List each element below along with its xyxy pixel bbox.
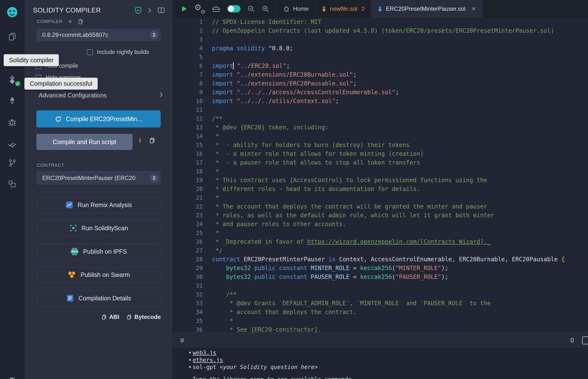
tab-newfile[interactable]: newfile.sol 2: [315, 0, 371, 17]
code-line[interactable]: *: [212, 316, 588, 325]
code-line[interactable]: * _Deprecated in favor of https://wizard…: [212, 237, 588, 246]
copy-compiler-icon[interactable]: [78, 18, 83, 24]
panel-chevron-icon[interactable]: [148, 7, 152, 14]
code-line[interactable]: * roles, as well as the default admin ro…: [212, 211, 588, 220]
compiler-version-select[interactable]: 0.8.29+commit.ab55807c: [36, 28, 161, 42]
contract-select[interactable]: ERC20PresetMinterPauser (ERC20: [36, 171, 161, 185]
code-line[interactable]: * different roles - head to its document…: [212, 185, 588, 193]
code-line[interactable]: import "../extensions/ERC20Pausable.sol"…: [212, 79, 588, 88]
code-line[interactable]: * This contract uses {AccessControl} to …: [212, 176, 588, 185]
publish-swarm-button[interactable]: Publish on Swarm: [37, 267, 160, 283]
code-line[interactable]: [212, 106, 588, 114]
code-line[interactable]: [212, 53, 588, 62]
settings-gear-icon[interactable]: ⚙: [0, 373, 24, 379]
chevron-right-icon: [159, 91, 163, 99]
code-line[interactable]: *: [212, 229, 588, 237]
remix-logo[interactable]: [0, 5, 24, 20]
compile-button-label: Compile ERC20PresetMin...: [66, 115, 142, 123]
code-line[interactable]: * - a minter role that allows for token …: [212, 149, 588, 158]
advanced-configurations[interactable]: Advanced Configurations: [39, 91, 163, 99]
line-number: 30: [173, 272, 203, 281]
sidebar-item-debugger[interactable]: [0, 114, 24, 130]
close-icon[interactable]: ✕: [471, 6, 476, 12]
abi-label: ABI: [109, 314, 119, 320]
code-line[interactable]: * @dev Grants `DEFAULT_ADMIN_ROLE`, `MIN…: [212, 299, 588, 308]
abi-bytecode-row: ABI Bytecode: [101, 314, 161, 320]
code-editor[interactable]: 1234567891011121314151617181920212223242…: [173, 17, 588, 332]
sidebar-item-file-explorer[interactable]: [0, 29, 24, 45]
include-nightly-checkbox[interactable]: [87, 49, 93, 55]
line-number: 25: [173, 229, 203, 237]
code-line[interactable]: * - ability for holders to burn (destroy…: [212, 141, 588, 149]
run-solidityscan-button[interactable]: Run SolidityScan: [37, 220, 160, 236]
code-line[interactable]: bytes32 public constant MINTER_ROLE = ke…: [212, 264, 588, 272]
expand-terminal-icon[interactable]: [179, 337, 186, 344]
line-number: 20: [173, 185, 203, 193]
code-line[interactable]: /**: [212, 114, 588, 123]
compiler-section-label: COMPILER: [37, 19, 62, 24]
line-number: 16: [173, 149, 203, 158]
compile-button[interactable]: Compile ERC20PresetMin...: [36, 111, 161, 127]
terminal-link[interactable]: web3.js: [193, 349, 216, 356]
code-line[interactable]: *: [212, 167, 588, 176]
code-line[interactable]: import "../../../utils/Context.sol";: [212, 97, 588, 106]
line-number: 17: [173, 158, 203, 167]
code-line[interactable]: [212, 35, 588, 44]
sidebar-item-plugin-manager[interactable]: [0, 176, 24, 192]
terminal-lines[interactable]: •web3.js•ethers.js•sol-gpt <your Solidit…: [173, 348, 588, 379]
code-line[interactable]: pragma solidity ^0.8.0;: [212, 44, 588, 53]
compile-and-run-button[interactable]: Compile and Run script: [36, 134, 133, 150]
code-line[interactable]: */: [212, 246, 588, 255]
code-line[interactable]: import "../ERC20.sol";: [212, 62, 588, 70]
ipfs-icon: IPFS: [70, 247, 79, 256]
ai-robot-icon[interactable]: [212, 5, 221, 13]
gears-icon[interactable]: ⚙ ⚙: [194, 3, 205, 14]
code-line[interactable]: *: [212, 132, 588, 141]
compilation-details-button[interactable]: Compilation Details: [37, 290, 160, 306]
code-line[interactable]: contract ERC20PresetMinterPauser is Cont…: [212, 255, 588, 264]
panel-header: SOLIDITY COMPILER: [33, 4, 165, 16]
code-line[interactable]: * @dev {ERC20} token, including:: [212, 123, 588, 132]
add-compiler-icon[interactable]: +: [68, 19, 72, 24]
publish-ipfs-button[interactable]: IPFS Publish on IPFS: [37, 243, 160, 260]
code-line[interactable]: * - a pauser role that allows to stop al…: [212, 158, 588, 167]
sidebar-item-git[interactable]: [0, 155, 24, 171]
code-line[interactable]: import "../extensions/ERC20Burnable.sol"…: [212, 70, 588, 79]
copy-abi-button[interactable]: ABI: [101, 314, 119, 320]
code-line[interactable]: *: [212, 193, 588, 202]
compiler-version-value: 0.8.29+commit.ab55807c: [42, 32, 108, 38]
sidebar-item-deploy-run[interactable]: [0, 93, 24, 109]
zoom-in-icon[interactable]: [262, 5, 269, 13]
tab-home[interactable]: Home: [277, 0, 315, 17]
code-line[interactable]: import "../../../access/AccessControlEnu…: [212, 88, 588, 97]
tab-erc20presetminterpauser[interactable]: ERC20PresetMinterPauser.sol ✕: [371, 0, 482, 17]
play-icon[interactable]: [180, 5, 187, 13]
contract-section-label: CONTRACT: [37, 163, 64, 168]
run-remix-analysis-button[interactable]: Run Remix Analysis: [37, 197, 160, 213]
sidebar-item-solidity-compiler[interactable]: ✓: [0, 72, 24, 87]
code-line[interactable]: * account that deploys the contract.: [212, 308, 588, 316]
zoom-out-icon[interactable]: [247, 5, 255, 13]
code-line[interactable]: * The account that deploys the contract …: [212, 202, 588, 211]
code-line[interactable]: // OpenZeppelin Contracts (last updated …: [212, 26, 588, 35]
editor-code[interactable]: // SPDX-License-Identifier: MIT// OpenZe…: [212, 17, 588, 332]
terminal-text: Type the library name to see available c…: [193, 376, 352, 379]
code-line[interactable]: * and pauser roles to other accounts.: [212, 220, 588, 229]
code-line[interactable]: bytes32 public constant PAUSER_ROLE = ke…: [212, 272, 588, 281]
copy-bytecode-button[interactable]: Bytecode: [126, 314, 161, 320]
terminal-link[interactable]: ethers.js: [193, 357, 223, 363]
copy-script-icon[interactable]: [149, 137, 155, 144]
split-panel-icon[interactable]: [157, 7, 165, 14]
code-line[interactable]: /**: [212, 290, 588, 299]
code-line[interactable]: // SPDX-License-Identifier: MIT: [212, 17, 588, 26]
line-number: 21: [173, 193, 203, 202]
editor-gutter: 1234567891011121314151617181920212223242…: [173, 17, 205, 332]
terminal-listen-checkbox[interactable]: [582, 336, 588, 344]
tab-bar: ⚙ ⚙: [173, 0, 588, 17]
code-line[interactable]: [212, 281, 588, 290]
sidebar-item-unit-testing[interactable]: [0, 136, 24, 152]
shield-icon[interactable]: [135, 6, 142, 14]
info-icon[interactable]: i: [139, 137, 141, 144]
code-line[interactable]: * See {ERC20-constructor}.: [212, 325, 588, 332]
ai-copilot-toggle[interactable]: [227, 5, 241, 13]
